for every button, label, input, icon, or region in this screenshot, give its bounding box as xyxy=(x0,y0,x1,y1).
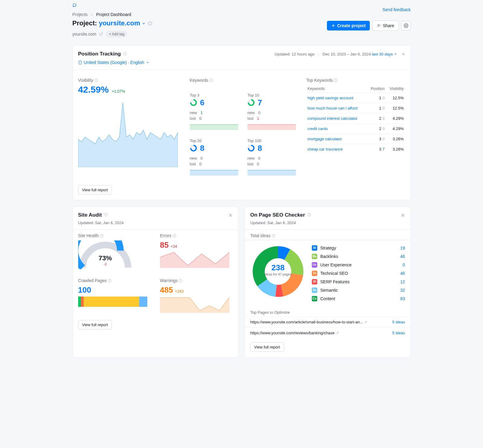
gear-icon xyxy=(404,23,408,28)
kw-lost: 0 xyxy=(257,162,259,166)
keyword-link[interactable]: cheap car insurance xyxy=(306,144,367,154)
send-feedback-link[interactable]: Send feedback xyxy=(72,3,411,12)
info-icon[interactable]: ⓘ xyxy=(334,78,337,83)
idea-category[interactable]: CoContent83 xyxy=(312,294,405,303)
info-icon[interactable]: ⓘ xyxy=(179,279,182,283)
svg-point-6 xyxy=(405,25,407,26)
total-ideas-label: Total ideas ⓘ xyxy=(250,233,405,239)
category-count[interactable]: 0 xyxy=(398,262,405,267)
warnings-metric: Warnings ⓘ 485+163 xyxy=(160,278,233,313)
category-name: User Experience xyxy=(320,262,398,267)
idea-category[interactable]: SfSERP Features12 xyxy=(312,278,405,286)
info-icon[interactable]: ⓘ xyxy=(104,212,108,218)
kw-value: 7 xyxy=(258,98,262,107)
info-icon[interactable]: ⓘ xyxy=(210,78,213,83)
visibility-value: 42.59% xyxy=(78,84,109,94)
table-row: credit cards204.29% xyxy=(306,123,405,134)
info-icon[interactable]: ⓘ xyxy=(173,234,176,238)
keyword-block: Top 1008new 0lost 0 xyxy=(248,138,299,176)
info-icon[interactable]: ⓘ xyxy=(307,212,311,218)
category-pill: Ba xyxy=(312,254,317,259)
info-icon[interactable]: ⓘ xyxy=(100,234,104,238)
category-pill: St xyxy=(312,245,317,251)
kw-value: 8 xyxy=(200,144,204,153)
view-full-report-button[interactable]: View full report xyxy=(78,320,112,329)
position-cell: 10 xyxy=(367,93,386,103)
idea-category[interactable]: BaBacklinks46 xyxy=(312,252,405,261)
device-icon xyxy=(78,61,82,65)
category-name: Technical SEO xyxy=(320,271,398,276)
bar-segment xyxy=(84,297,139,307)
idea-category[interactable]: SeSemantic32 xyxy=(312,286,405,294)
kw-lost: 1 xyxy=(257,116,259,121)
total-ideas-value: 238 xyxy=(250,263,306,272)
external-link-icon[interactable]: ↗ xyxy=(364,320,367,324)
star-icon[interactable] xyxy=(147,21,153,26)
idea-category[interactable]: UxUser Experience0 xyxy=(312,261,405,269)
view-full-report-button[interactable]: View full report xyxy=(250,342,284,352)
errors-chart xyxy=(160,250,229,268)
info-icon[interactable]: ⓘ xyxy=(272,234,275,238)
category-pill: Te xyxy=(312,271,317,276)
svg-rect-8 xyxy=(79,61,81,64)
table-row: how much house can i afford1012.5% xyxy=(306,103,405,113)
category-count[interactable]: 19 xyxy=(398,246,405,250)
keyword-link[interactable]: mortgage calculator xyxy=(306,134,367,144)
category-count[interactable]: 46 xyxy=(398,271,405,276)
keyword-link[interactable]: high yield savings account xyxy=(306,93,367,103)
project-selector[interactable]: yoursite.com xyxy=(99,19,146,27)
crawled-value: 100 xyxy=(78,285,91,294)
kw-sparkline xyxy=(248,123,296,130)
category-count[interactable]: 32 xyxy=(398,288,405,293)
top-keywords-table: Keywords Position Visibility high yield … xyxy=(306,84,405,154)
breadcrumb-item[interactable]: Projects xyxy=(72,12,88,17)
svg-point-3 xyxy=(378,24,379,26)
keyword-link[interactable]: how much house can i afford xyxy=(306,103,367,113)
category-count[interactable]: 83 xyxy=(398,296,405,301)
settings-button[interactable] xyxy=(401,21,411,30)
kw-sparkline xyxy=(190,169,238,176)
category-count[interactable]: 12 xyxy=(398,279,405,284)
info-icon[interactable]: ⓘ xyxy=(94,78,98,83)
errors-value: 85 xyxy=(160,240,169,249)
position-cell: 37 xyxy=(367,144,386,154)
view-full-report-button[interactable]: View full report xyxy=(78,185,112,195)
position-cell: 20 xyxy=(367,123,386,134)
idea-category[interactable]: TeTechnical SEO46 xyxy=(312,269,405,278)
warnings-chart xyxy=(160,295,229,313)
share-icon xyxy=(377,24,381,28)
info-icon[interactable]: ⓘ xyxy=(108,279,111,283)
breadcrumb-item[interactable]: Project Dashboard xyxy=(96,12,131,17)
keyword-link[interactable]: credit cards xyxy=(306,123,367,134)
locale-selector[interactable]: United States (Google) · English xyxy=(78,60,149,65)
keyword-link[interactable]: compound interest calculator xyxy=(306,113,367,123)
idea-category[interactable]: StStrategy19 xyxy=(312,244,405,252)
close-icon[interactable]: ✕ xyxy=(402,52,405,56)
crawled-metric: Crawled Pages ⓘ 100 xyxy=(78,278,151,313)
close-icon[interactable]: ✕ xyxy=(228,212,233,219)
category-pill: Se xyxy=(312,288,317,293)
create-project-button[interactable]: Create project xyxy=(327,21,370,30)
visibility-cell: 12.5% xyxy=(386,103,405,113)
page-ideas-link[interactable]: 5 ideas xyxy=(392,331,405,335)
card-title: On Page SEO Checker xyxy=(250,212,305,218)
info-icon[interactable]: ⓘ xyxy=(123,52,127,57)
category-name: Strategy xyxy=(320,246,398,250)
position-cell: 20 xyxy=(367,113,386,123)
bar-segment xyxy=(78,297,81,307)
table-row: high yield savings account1012.5% xyxy=(306,93,405,103)
kw-label: Top 3 xyxy=(190,93,241,97)
updated-text: Updated: Sat, Jan 6, 2024 xyxy=(73,219,238,229)
domain-link[interactable]: yoursite.com xyxy=(72,32,96,37)
kw-new: 0 xyxy=(258,156,260,160)
close-icon[interactable]: ✕ xyxy=(401,212,405,219)
share-button[interactable]: Share xyxy=(372,21,398,31)
position-cell: 10 xyxy=(367,103,386,113)
external-link-icon[interactable]: ↗ xyxy=(336,331,339,335)
kw-value: 6 xyxy=(200,98,204,107)
health-delta: -2 xyxy=(78,262,133,266)
range-selector[interactable]: last 30 days xyxy=(372,52,398,56)
add-tag-button[interactable]: + Add tag xyxy=(106,31,127,37)
category-count[interactable]: 46 xyxy=(398,254,405,259)
page-ideas-link[interactable]: 5 ideas xyxy=(392,320,405,324)
